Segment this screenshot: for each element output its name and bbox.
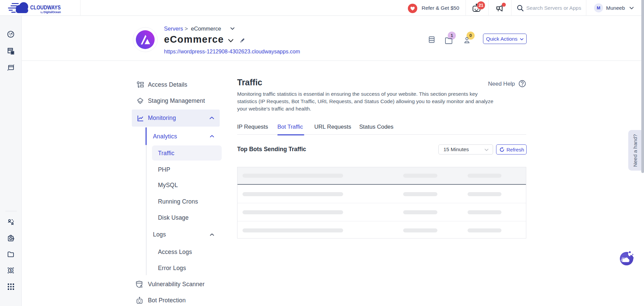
svg-text:$: $ bbox=[10, 269, 12, 272]
svg-text:CLOUDWAYS: CLOUDWAYS bbox=[30, 4, 61, 11]
svg-text:by DigitalOcean: by DigitalOcean bbox=[40, 10, 61, 14]
